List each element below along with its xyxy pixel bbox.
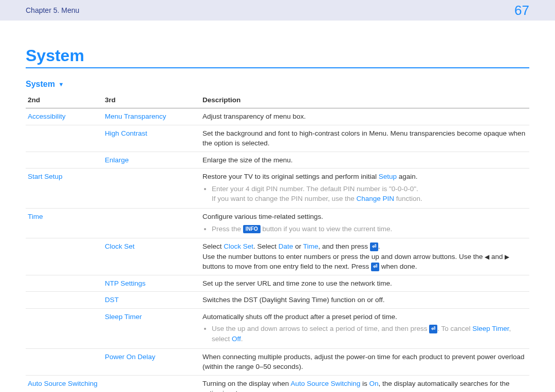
section-heading: System ▼ xyxy=(26,80,529,89)
left-arrow-icon: ◀ xyxy=(485,253,489,260)
table-row: Power On Delay When connecting multiple … xyxy=(26,348,529,375)
link-change-pin: Change PIN xyxy=(356,195,394,202)
page-number: 67 xyxy=(514,3,529,18)
enter-button-icon: ⏎ xyxy=(429,325,437,333)
desc-text: Set the background and font to high-cont… xyxy=(200,125,529,152)
menu-3rd-sleep-timer: Sleep Timer xyxy=(105,313,142,321)
table-row: Enlarge Enlarge the size of the menu. xyxy=(26,152,529,169)
table-row: DST Switches the DST (Daylight Saving Ti… xyxy=(26,292,529,309)
table-row: Sleep Timer Automatically shuts off the … xyxy=(26,308,529,348)
page-title: System xyxy=(26,46,529,68)
desc-text: Set up the server URL and time zone to u… xyxy=(200,275,529,292)
table-row: Clock Set Select Clock Set. Select Date … xyxy=(26,238,529,275)
desc-text: Enlarge the size of the menu. xyxy=(200,152,529,169)
link-setup: Setup xyxy=(379,173,397,180)
desc-text: Adjust transparency of menu box. xyxy=(200,108,529,125)
menu-2nd-time: Time xyxy=(28,213,43,220)
bullet-note: Press the INFO button if you want to vie… xyxy=(212,224,527,234)
menu-2nd-auto-source-switching: Auto Source Switching xyxy=(28,380,98,387)
desc-text: Select Clock Set. Select Date or Time, a… xyxy=(200,238,529,275)
desc-text: Automatically shuts off the product afte… xyxy=(200,308,529,348)
desc-text: When connecting multiple products, adjus… xyxy=(200,348,529,375)
col-header-3rd: 3rd xyxy=(103,92,200,108)
menu-3rd-menu-transparency: Menu Transparency xyxy=(105,113,166,120)
col-header-description: Description xyxy=(200,92,529,108)
right-arrow-icon: ▶ xyxy=(505,253,509,260)
menu-3rd-enlarge: Enlarge xyxy=(105,156,129,164)
menu-2nd-start-setup: Start Setup xyxy=(28,173,63,180)
desc-text: Configure various time-related settings.… xyxy=(200,208,529,238)
desc-text: Turning on the display when Auto Source … xyxy=(200,375,529,392)
desc-text: Restore your TV to its original settings… xyxy=(200,169,529,209)
menu-table: 2nd 3rd Description Accessibility Menu T… xyxy=(26,92,529,392)
desc-text: Switches the DST (Daylight Saving Time) … xyxy=(200,292,529,309)
table-row: Accessibility Menu Transparency Adjust t… xyxy=(26,108,529,125)
table-row: High Contrast Set the background and fon… xyxy=(26,125,529,152)
menu-3rd-ntp-settings: NTP Settings xyxy=(105,279,145,287)
table-row: NTP Settings Set up the server URL and t… xyxy=(26,275,529,292)
menu-3rd-dst: DST xyxy=(105,296,119,304)
menu-3rd-high-contrast: High Contrast xyxy=(105,129,147,137)
table-row: Auto Source Switching Turning on the dis… xyxy=(26,375,529,392)
chevron-down-icon: ▼ xyxy=(58,81,64,87)
menu-3rd-power-on-delay: Power On Delay xyxy=(105,353,155,361)
chapter-label: Chapter 5. Menu xyxy=(26,6,79,14)
page-content: System System ▼ 2nd 3rd Description Acce… xyxy=(0,21,555,392)
bullet-note: Use the up and down arrows to select a p… xyxy=(212,324,527,344)
info-button-icon: INFO xyxy=(243,225,261,234)
menu-3rd-clock-set: Clock Set xyxy=(105,242,135,250)
table-row: Time Configure various time-related sett… xyxy=(26,208,529,238)
bullet-note: Enter your 4 digit PIN number. The defau… xyxy=(212,184,527,204)
section-title: System xyxy=(26,80,55,88)
table-row: Start Setup Restore your TV to its origi… xyxy=(26,169,529,209)
menu-2nd-accessibility: Accessibility xyxy=(28,113,66,120)
enter-button-icon: ⏎ xyxy=(370,242,378,251)
col-header-2nd: 2nd xyxy=(26,92,103,108)
enter-button-icon: ⏎ xyxy=(371,263,379,271)
page-header: Chapter 5. Menu 67 xyxy=(0,0,555,21)
